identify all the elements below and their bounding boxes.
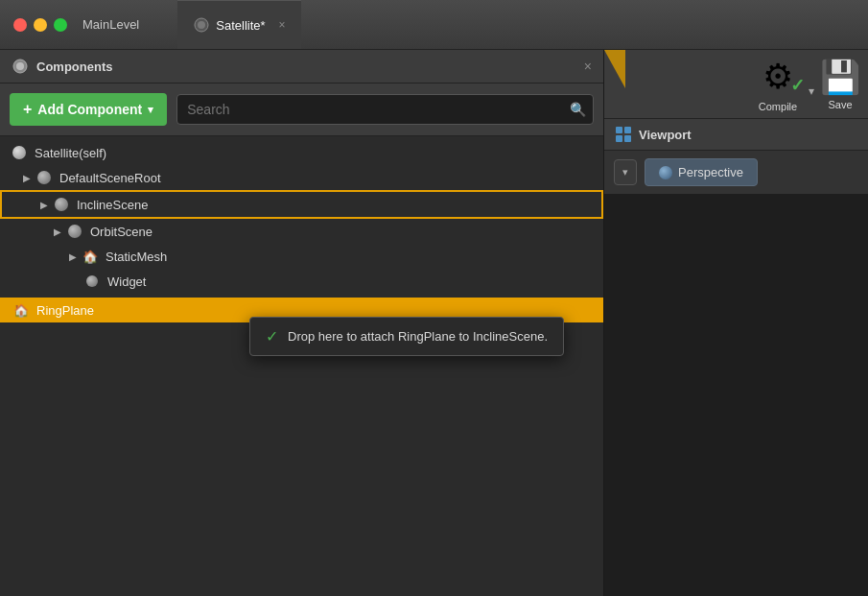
- corner-triangle-accent: [604, 50, 625, 88]
- incline-scene-icon: [54, 197, 69, 212]
- perspective-button[interactable]: Perspective: [645, 158, 758, 186]
- tab-close-btn[interactable]: ×: [279, 18, 286, 32]
- default-scene-icon: [36, 170, 52, 185]
- main-layout: Components × + Add Component ▾ 🔍: [0, 50, 868, 596]
- titlebar: MainLevel Satellite* ×: [0, 0, 868, 50]
- tree-item-widget[interactable]: Widget: [0, 269, 603, 294]
- tree-item-default-scene-root[interactable]: ▶ DefaultSceneRoot: [0, 165, 603, 190]
- add-component-button[interactable]: + Add Component ▾: [10, 93, 167, 126]
- tree-item-satellite-self[interactable]: Satellite(self): [0, 140, 603, 165]
- ring-plane-label: RingPlane: [36, 303, 94, 318]
- components-label: Components: [36, 60, 112, 74]
- incline-scene-label: InclineScene: [77, 198, 148, 212]
- compile-label: Compile: [759, 101, 797, 112]
- perspective-dropdown-arrow: ▾: [622, 166, 628, 179]
- right-toolbar: ⚙ ✓ Compile ▾ 💾 Save: [604, 50, 868, 119]
- perspective-label: Perspective: [678, 165, 743, 179]
- incline-scene-arrow: ▶: [40, 200, 48, 210]
- add-icon: +: [23, 101, 32, 118]
- orbit-scene-icon: [67, 224, 82, 239]
- tree-item-incline-scene[interactable]: ▶ InclineScene: [0, 190, 603, 219]
- save-icon: 💾: [820, 58, 860, 96]
- components-close-btn[interactable]: ×: [584, 59, 592, 74]
- save-label: Save: [828, 99, 852, 110]
- svg-point-3: [16, 62, 24, 70]
- drop-check-icon: ✓: [266, 327, 278, 346]
- static-mesh-icon: 🏠: [82, 249, 98, 264]
- tab-satellite[interactable]: Satellite* ×: [177, 0, 300, 49]
- traffic-lights: [0, 18, 67, 32]
- viewport-content[interactable]: [604, 194, 868, 596]
- search-box: 🔍: [176, 94, 594, 125]
- tree-panel: Satellite(self) ▶ DefaultSceneRoot ▶ Inc…: [0, 136, 603, 596]
- close-traffic-light[interactable]: [13, 18, 27, 32]
- drop-tooltip: ✓ Drop here to attach RingPlane to Incli…: [249, 317, 564, 356]
- ring-plane-icon: 🏠: [13, 302, 29, 318]
- add-component-arrow: ▾: [148, 104, 153, 116]
- orbit-scene-label: OrbitScene: [90, 225, 152, 239]
- satellite-tab-icon: [193, 16, 210, 34]
- tree-item-orbit-scene[interactable]: ▶ OrbitScene: [0, 219, 603, 244]
- static-mesh-arrow: ▶: [69, 251, 77, 262]
- compile-dropdown-arrow[interactable]: ▾: [809, 84, 814, 98]
- maximize-traffic-light[interactable]: [54, 18, 67, 32]
- compile-check-icon: ✓: [790, 75, 805, 96]
- satellite-self-label: Satellite(self): [35, 146, 106, 160]
- svg-point-1: [198, 21, 205, 29]
- satellite-self-icon: [12, 145, 27, 160]
- tab-mainlevel-label: MainLevel: [82, 17, 139, 32]
- left-panel: Components × + Add Component ▾ 🔍: [0, 50, 604, 596]
- gear-icon: ⚙: [762, 57, 793, 97]
- components-icon: [12, 58, 29, 75]
- viewport-grid-icon: [616, 127, 631, 142]
- default-scene-label: DefaultSceneRoot: [59, 171, 161, 185]
- search-icon: 🔍: [570, 102, 586, 117]
- minimize-traffic-light[interactable]: [34, 18, 47, 32]
- viewport-header: Viewport: [604, 119, 868, 151]
- orbit-scene-arrow: ▶: [54, 226, 61, 237]
- widget-label: Widget: [107, 274, 146, 289]
- components-header: Components ×: [0, 50, 603, 83]
- search-input[interactable]: [176, 94, 594, 125]
- perspective-dropdown[interactable]: ▾: [614, 159, 637, 185]
- add-component-label: Add Component: [37, 102, 142, 117]
- save-button[interactable]: 💾 Save: [820, 58, 860, 110]
- viewport-title: Viewport: [639, 128, 692, 142]
- tab-satellite-label: Satellite*: [216, 18, 265, 33]
- compile-icon-wrapper: ⚙ ✓: [753, 56, 803, 98]
- drop-tooltip-text: Drop here to attach RingPlane to Incline…: [288, 329, 548, 344]
- toolbar: + Add Component ▾ 🔍: [0, 83, 603, 136]
- perspective-sphere-icon: [659, 166, 672, 179]
- widget-icon: [84, 274, 100, 289]
- perspective-bar: ▾ Perspective: [604, 151, 868, 194]
- right-panel: ⚙ ✓ Compile ▾ 💾 Save Viewport ▾: [604, 50, 868, 596]
- default-scene-arrow: ▶: [23, 173, 31, 183]
- components-title: Components: [12, 58, 112, 75]
- compile-button[interactable]: ⚙ ✓ Compile: [753, 56, 803, 112]
- tab-mainlevel[interactable]: MainLevel: [67, 0, 177, 49]
- static-mesh-label: StaticMesh: [106, 250, 167, 264]
- tree-item-static-mesh[interactable]: ▶ 🏠 StaticMesh: [0, 244, 603, 269]
